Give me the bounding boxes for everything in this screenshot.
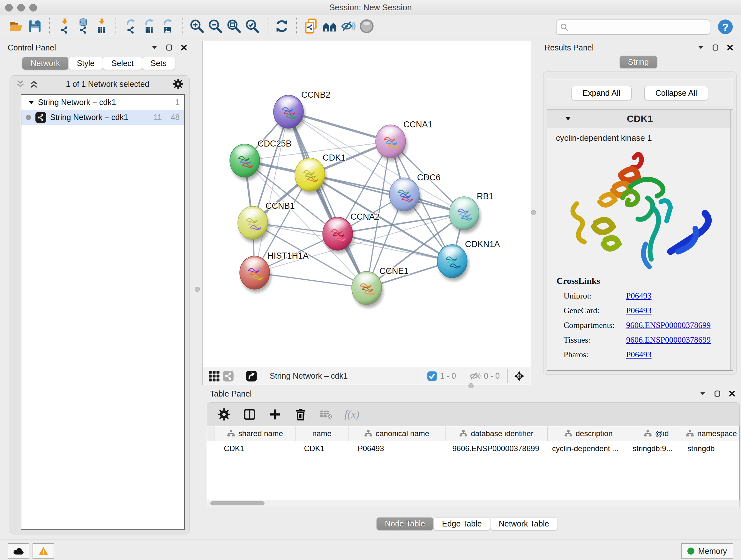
float-panel-icon[interactable] (712, 44, 719, 51)
expand-all-networks-icon[interactable] (29, 79, 39, 89)
zoom-selected-button[interactable] (243, 17, 262, 36)
network-type-icon (36, 112, 46, 123)
scrollbar-thumb[interactable] (210, 501, 265, 505)
table-cell[interactable]: 9606.ENSP00000378699 (447, 441, 547, 456)
crosslink-value-link[interactable]: P06493 (626, 350, 651, 360)
home-houses-button[interactable] (320, 17, 339, 36)
warnings-button[interactable] (32, 543, 54, 559)
cloud-button[interactable] (8, 543, 29, 559)
import-network-database-button[interactable] (73, 17, 92, 36)
expand-all-button[interactable]: Expand All (571, 86, 631, 100)
edge-CCNB2-HIST1H1A[interactable] (255, 112, 288, 273)
table-cell[interactable]: CDK1 (219, 441, 299, 456)
table-cell[interactable]: stringdb:9... (627, 441, 682, 456)
section-expander-icon[interactable] (564, 115, 572, 123)
export-image-button[interactable] (158, 17, 177, 36)
close-panel-icon[interactable] (180, 44, 188, 51)
column-header-namespace[interactable]: namespace (683, 426, 739, 441)
grid-view-icon[interactable] (207, 369, 221, 383)
node-CCNB2[interactable]: CCNB2 (273, 90, 331, 132)
crosslink-value-link[interactable]: 9606.ENSP00000378699 (626, 320, 711, 330)
export-network-button[interactable] (121, 17, 140, 36)
column-header-name[interactable]: name (295, 426, 348, 441)
right-splitter-handle[interactable] (531, 210, 536, 215)
tab-select[interactable]: Select (103, 57, 142, 70)
node-CDC6[interactable]: CDC6 (389, 173, 441, 214)
delete-column-trash-icon[interactable] (293, 407, 308, 422)
table-cell[interactable]: CDK1 (299, 441, 353, 456)
crosslink-value-link[interactable]: P06493 (626, 306, 651, 315)
node-RB1[interactable]: RB1 (449, 192, 494, 233)
clone-network-button[interactable] (302, 17, 320, 36)
node-CCNB1[interactable]: CCNB1 (238, 201, 295, 243)
node-CDKN1A[interactable]: CDKN1A (437, 240, 500, 281)
edge-CCNE1-HIST1H1A[interactable] (255, 273, 367, 288)
help-button[interactable]: ? (718, 19, 733, 35)
panel-menu-icon[interactable] (697, 44, 704, 51)
collapse-all-networks-icon[interactable] (16, 79, 25, 89)
gene-section-header[interactable]: CDK1 (547, 110, 733, 128)
float-panel-icon[interactable] (165, 44, 173, 51)
selected-checkbox-icon[interactable] (427, 369, 437, 383)
import-network-file-button[interactable] (55, 17, 73, 36)
collection-expander-icon[interactable] (28, 99, 35, 106)
tab-network[interactable]: Network (22, 57, 69, 70)
table-cell[interactable]: cyclin-dependent ... (547, 441, 627, 456)
search-input[interactable] (570, 21, 710, 33)
float-panel-icon[interactable] (714, 390, 721, 397)
tab-style[interactable]: Style (68, 57, 104, 70)
birds-eye-view-icon[interactable] (245, 369, 259, 383)
network-canvas[interactable]: CCNB2CCNA1CDC25BCDK1CDC6RB1CCNB1CCNA2CDK… (202, 41, 531, 367)
network-graph[interactable]: CCNB2CCNA1CDC25BCDK1CDC6RB1CCNB1CCNA2CDK… (203, 41, 531, 366)
import-network-database-icon (75, 18, 90, 35)
crosslink-value-link[interactable]: P06493 (626, 291, 651, 301)
collapse-all-button[interactable]: Collapse All (644, 86, 709, 100)
table-cell[interactable]: P06493 (353, 441, 448, 456)
node-HIST1H1A[interactable]: HIST1H1A (240, 251, 309, 293)
panel-menu-icon[interactable] (699, 390, 706, 397)
table-horizontal-scrollbar[interactable] (207, 500, 740, 507)
close-panel-icon[interactable] (728, 390, 736, 397)
node-CDK1[interactable]: CDK1 (295, 153, 346, 194)
network-row-selected[interactable]: String Network – cdk1 11 48 (21, 110, 184, 125)
panel-menu-icon[interactable] (151, 44, 158, 51)
zoom-out-button[interactable] (206, 17, 225, 36)
zoom-in-button[interactable] (188, 17, 206, 36)
import-table-button[interactable] (92, 17, 111, 36)
column-header-description[interactable]: description (547, 426, 629, 441)
network-options-gear-icon[interactable] (173, 78, 184, 89)
add-column-icon[interactable] (268, 407, 282, 422)
column-header-id[interactable]: @id (629, 426, 683, 441)
show-sphere-button[interactable] (357, 17, 376, 36)
table-settings-gear-icon[interactable] (217, 407, 231, 422)
node-table[interactable]: shared namenamecanonical namedatabase id… (207, 426, 740, 501)
crosslink-value-link[interactable]: 9606.ENSP00000378699 (626, 335, 711, 345)
zoom-fit-button[interactable] (225, 17, 243, 36)
table-cell[interactable]: stringdb (682, 441, 739, 456)
left-splitter-handle[interactable] (195, 287, 200, 292)
tab-string[interactable]: String (619, 56, 657, 69)
center-view-crosshair-icon[interactable] (512, 369, 526, 383)
column-header-sharedname[interactable]: shared name (214, 426, 295, 441)
column-header-canonicalname[interactable]: canonical name (348, 426, 445, 441)
hide-items-button[interactable] (339, 17, 357, 36)
column-header-databaseidentifier[interactable]: database identifier (445, 426, 548, 441)
search-box[interactable] (556, 19, 711, 35)
network-collection-row[interactable]: String Network – cdk1 1 (21, 95, 184, 110)
refresh-button[interactable] (273, 17, 291, 36)
edge-CCNB2-CCNE1[interactable] (288, 112, 367, 288)
tab-node-table[interactable]: Node Table (376, 517, 434, 530)
open-session-button[interactable] (7, 17, 25, 36)
save-session-button[interactable] (25, 17, 44, 36)
tab-edge-table[interactable]: Edge Table (433, 517, 490, 530)
node-CDC25B[interactable]: CDC25B (230, 139, 292, 180)
tab-sets[interactable]: Sets (142, 57, 175, 70)
network-view-mode-icon[interactable] (221, 369, 235, 383)
results-scrollbar[interactable] (731, 110, 735, 370)
tab-network-table[interactable]: Network Table (490, 517, 558, 530)
memory-button[interactable]: Memory (681, 543, 733, 559)
edge-CDK1-RB1[interactable] (310, 175, 464, 213)
show-columns-icon[interactable] (242, 407, 257, 422)
close-panel-icon[interactable] (726, 44, 734, 51)
export-table-button[interactable] (140, 17, 158, 36)
